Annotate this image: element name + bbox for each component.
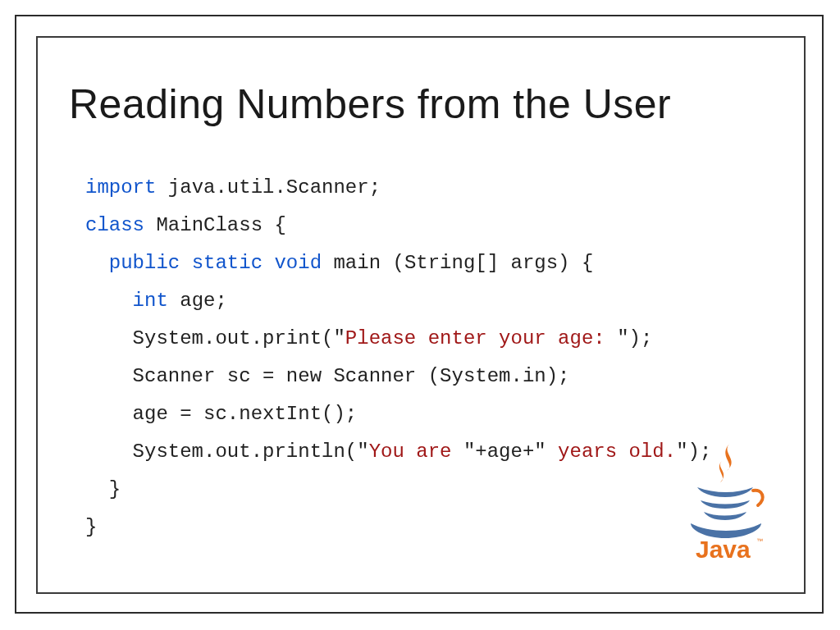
- code-text: main (String[] args) {: [322, 252, 593, 274]
- code-text: System.out.println(": [85, 441, 369, 463]
- string-literal: Please enter your age:: [345, 327, 617, 349]
- code-text: age;: [168, 290, 227, 312]
- java-wordmark: Java: [696, 536, 751, 561]
- java-tm: ™: [756, 537, 763, 545]
- java-logo-icon: Java ™: [679, 438, 769, 561]
- code-indent: [85, 290, 133, 312]
- code-block: import java.util.Scanner; class MainClas…: [85, 169, 711, 546]
- code-text: Scanner sc = new Scanner (System.in);: [85, 365, 570, 387]
- slide-title: Reading Numbers from the User: [69, 80, 671, 128]
- keyword-import: import: [85, 176, 156, 199]
- code-text: }: [85, 516, 97, 538]
- code-text: age = sc.nextInt();: [85, 403, 357, 425]
- keyword-class: class: [85, 214, 144, 236]
- code-text: System.out.print(": [85, 327, 345, 349]
- code-text: java.util.Scanner;: [156, 176, 381, 199]
- keyword-int: int: [133, 290, 168, 312]
- string-literal: years old.: [546, 441, 676, 463]
- code-indent: [85, 252, 109, 274]
- code-text: MainClass {: [144, 214, 286, 236]
- code-text: ");: [617, 327, 652, 349]
- code-text: }: [85, 478, 121, 500]
- outer-frame: Reading Numbers from the User import jav…: [15, 15, 824, 614]
- inner-frame: Reading Numbers from the User import jav…: [36, 36, 806, 594]
- keyword-modifiers: public static void: [109, 252, 322, 274]
- code-text: "+age+": [463, 441, 546, 463]
- string-literal: You are: [369, 441, 463, 463]
